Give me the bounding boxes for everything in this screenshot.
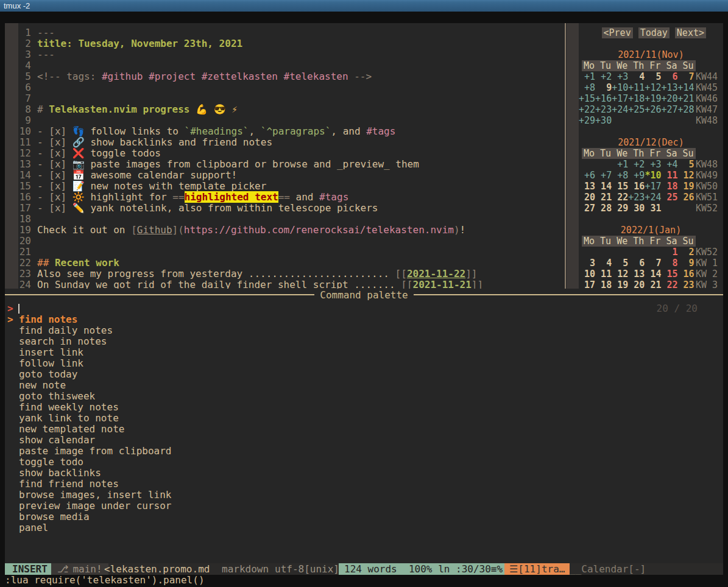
palette-item[interactable]: search in notes: [5, 336, 723, 347]
text-segment: Github: [137, 224, 172, 236]
line-number: 15: [18, 181, 37, 192]
calendar-week-row[interactable]: 1 2KW52: [579, 247, 723, 258]
text-segment: 27 28 29 30 31: [579, 203, 661, 214]
editor-line[interactable]: 11- [x] 🔗 show backlinks and friend note…: [18, 137, 483, 148]
palette-item[interactable]: panel: [5, 522, 723, 533]
calendar-week-row[interactable]: 3 4 5 6 7 8 9KW 1: [579, 258, 723, 269]
palette-item[interactable]: show calendar: [5, 435, 723, 446]
line-text: ---: [37, 49, 55, 60]
palette-item[interactable]: toggle todo: [5, 457, 723, 468]
text-segment: 11: [661, 170, 677, 181]
title-bar: tmux -2: [0, 0, 728, 12]
editor-line[interactable]: 2title: Tuesday, November 23th, 2021: [18, 38, 483, 49]
text-segment: 16: [678, 269, 694, 279]
line-number: 19: [18, 225, 37, 236]
text-segment: ,: [249, 125, 261, 137]
editor-buffer[interactable]: 1---2title: Tuesday, November 23th, 2021…: [18, 27, 483, 289]
editor-line[interactable]: 12- [x] ❌ toggle todos: [18, 148, 483, 159]
editor-line[interactable]: 6: [18, 82, 483, 93]
prev-button[interactable]: <Prev: [602, 27, 633, 38]
editor-line[interactable]: 4: [18, 60, 483, 71]
editor-line[interactable]: 21: [18, 247, 483, 258]
text-segment: 2021-11-22: [407, 268, 465, 279]
border-line-left: [5, 294, 314, 295]
editor-line[interactable]: 16- [x] 🔆 highlight for ==highlighted te…: [18, 192, 483, 203]
editor-line[interactable]: 9: [18, 115, 483, 126]
text-segment: and: [290, 191, 319, 203]
editor-line[interactable]: 13- [x] 📷 paste images from clipboard or…: [18, 159, 483, 170]
palette-item[interactable]: preview image under cursor: [5, 501, 723, 511]
palette-item[interactable]: show backlinks: [5, 468, 723, 479]
line-number: 14: [18, 170, 37, 181]
calendar-week-row[interactable]: +1 +2 +3 +4 5KW48: [579, 159, 723, 170]
editor-line[interactable]: 17- [x] ✏️ yank notelink, also from with…: [18, 203, 483, 214]
palette-item[interactable]: goto today: [5, 369, 723, 380]
palette-item[interactable]: new templated note: [5, 424, 723, 435]
palette-item[interactable]: browse images, insert link: [5, 490, 723, 501]
calendar-week-row[interactable]: +22+23+24+25+26+27+28KW47: [579, 104, 723, 115]
editor-line[interactable]: 24On Sunday we got rid of the daily find…: [18, 279, 483, 289]
editor-line[interactable]: 8# Telekasten.nvim progress 💪 😎 ⚡: [18, 104, 483, 115]
palette-item[interactable]: yank link to note: [5, 413, 723, 424]
editor-line[interactable]: 10- [x] 👣 follow links to `#headings`, `…: [18, 126, 483, 137]
window-separator[interactable]: [565, 23, 566, 289]
editor-line[interactable]: 18: [18, 214, 483, 225]
line-text: - [x] 📅 awesome calendar support!: [37, 169, 237, 181]
text-segment: 22: [661, 279, 677, 289]
text-segment: +22+23+24+25+26+27+28: [579, 104, 694, 115]
editor-line[interactable]: 15- [x] 📝 new notes with template picker: [18, 181, 483, 192]
palette-prompt[interactable]: > 20 / 20: [5, 303, 723, 314]
text-segment: [: [131, 224, 137, 236]
palette-item[interactable]: find daily notes: [5, 325, 723, 336]
editor-line[interactable]: 7: [18, 93, 483, 104]
week-days: +22+23+24+25+26+27+28: [579, 104, 696, 115]
text-segment: ): [454, 224, 460, 236]
text-segment: +1 +2 +3: [579, 71, 628, 82]
editor-line[interactable]: 22## Recent work: [18, 258, 483, 269]
window-list[interactable]: __Calendar[-]: [570, 563, 646, 575]
text-segment: 25: [661, 192, 677, 203]
brightness-icon: 🔆: [72, 191, 85, 203]
editor-line[interactable]: 14- [x] 📅 awesome calendar support!: [18, 170, 483, 181]
line-text: Check it out on [Github](https://github.…: [37, 224, 465, 236]
calendar-scrollbar[interactable]: [567, 23, 579, 289]
editor-line[interactable]: 19Check it out on [Github](https://githu…: [18, 225, 483, 236]
tab-label: [11]tra…: [518, 563, 565, 575]
next-button[interactable]: Next>: [675, 27, 706, 38]
editor-line[interactable]: 3---: [18, 49, 483, 60]
calendar-week-row[interactable]: +29+30KW48: [579, 115, 723, 126]
palette-item[interactable]: follow link: [5, 358, 723, 369]
palette-item[interactable]: paste image from clipboard: [5, 446, 723, 457]
palette-item[interactable]: find friend notes: [5, 479, 723, 490]
palette-item[interactable]: new note: [5, 380, 723, 391]
calendar-week-row[interactable]: +15+16+17+18+19+20+21KW46: [579, 93, 723, 104]
calendar-week-row[interactable]: +6 +7 +8 +9*10 11 12KW49: [579, 170, 723, 181]
calendar-week-row[interactable]: 17 18 19 20 21 22 23KW 3: [579, 279, 723, 289]
editor-line[interactable]: 5<!-- tags: #github #project #zettelkast…: [18, 71, 483, 82]
calendar-week-row[interactable]: 10 11 12 13 14 15 16KW 2: [579, 269, 723, 279]
calendar-week-row[interactable]: +1 +2 +3 4 5 6 7KW44: [579, 71, 723, 82]
palette-selected-item[interactable]: > find notes: [5, 314, 723, 325]
editor-line[interactable]: 1---: [18, 27, 483, 38]
today-button[interactable]: Today: [638, 27, 670, 38]
text-segment: [[: [395, 268, 407, 279]
calendar-week-row[interactable]: 13 14 15 16+17 18 19KW50: [579, 181, 723, 192]
text-segment: #github #project #zettelkasten #telekast…: [102, 71, 348, 82]
editor-line[interactable]: 20: [18, 236, 483, 247]
tab-indicator[interactable]: ☰[11]tra…: [504, 563, 570, 575]
calendar-week-row[interactable]: 20 21 22+23+24 25 26KW51: [579, 192, 723, 203]
editor-scrollbar[interactable]: [5, 23, 18, 289]
calendar-week-row[interactable]: 27 28 29 30 31KW52: [579, 203, 723, 214]
tabs-icon: ☰: [509, 563, 518, 575]
calendar-week-row[interactable]: +8 9+10+11+12+13+14KW45: [579, 82, 723, 93]
text-cursor: [18, 304, 19, 314]
palette-item[interactable]: goto thisweek: [5, 391, 723, 402]
text-segment: `#headings`: [185, 125, 249, 137]
palette-item[interactable]: browse media: [5, 511, 723, 522]
command-line[interactable]: :lua require('telekasten').panel(): [5, 575, 205, 586]
palette-item[interactable]: find weekly notes: [5, 402, 723, 413]
text-segment: 18: [661, 181, 677, 192]
text-segment: - [x]: [37, 202, 72, 214]
editor-line[interactable]: 23Also see my progress from yesterday ..…: [18, 269, 483, 279]
palette-item[interactable]: insert link: [5, 347, 723, 358]
